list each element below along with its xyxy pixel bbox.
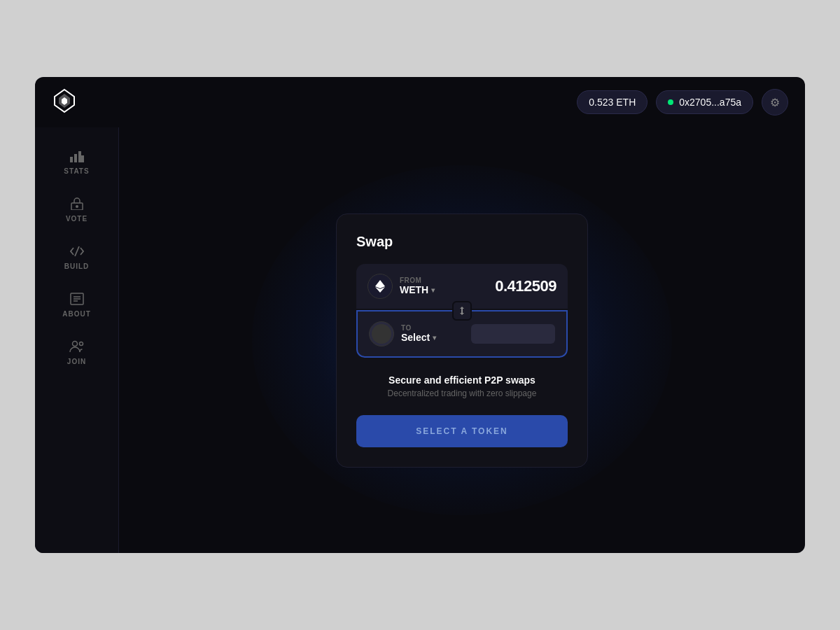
- wallet-address-button[interactable]: 0x2705...a75a: [656, 90, 753, 114]
- to-label: TO: [401, 324, 436, 332]
- settings-icon: ⚙: [770, 96, 780, 109]
- sidebar-about-label: ABOUT: [62, 310, 91, 318]
- info-title: Secure and efficient P2P swaps: [356, 374, 568, 386]
- info-section: Secure and efficient P2P swaps Decentral…: [356, 374, 568, 398]
- svg-rect-4: [74, 154, 77, 162]
- from-chevron-icon: ▾: [431, 286, 435, 294]
- token-section: FROM WETH ▾ 0.412509: [356, 264, 568, 358]
- sidebar-item-about[interactable]: ABOUT: [46, 284, 108, 326]
- from-token-selector[interactable]: WETH ▾: [400, 284, 435, 295]
- svg-point-8: [76, 205, 78, 208]
- app-window: 0.523 ETH 0x2705...a75a ⚙: [35, 77, 805, 553]
- app-logo-icon: [52, 88, 77, 113]
- join-icon: [69, 340, 85, 355]
- swap-card: Swap: [336, 214, 588, 468]
- swap-title: Swap: [356, 234, 568, 250]
- sidebar: STATS VOTE: [35, 127, 119, 553]
- from-label: FROM: [400, 276, 435, 284]
- to-token-name: Select: [401, 332, 430, 343]
- info-subtitle: Decentralized trading with zero slippage: [356, 388, 568, 398]
- svg-point-14: [72, 342, 77, 346]
- sidebar-build-label: BUILD: [64, 262, 90, 270]
- svg-point-15: [79, 342, 83, 346]
- to-token-left: TO Select ▾: [369, 321, 436, 346]
- svg-marker-16: [380, 280, 385, 288]
- to-amount-placeholder: [471, 324, 555, 344]
- sidebar-item-join[interactable]: JOIN: [46, 332, 108, 374]
- sidebar-item-vote[interactable]: VOTE: [46, 189, 108, 231]
- svg-rect-5: [78, 151, 81, 162]
- select-token-button[interactable]: SELECT A TOKEN: [356, 415, 568, 447]
- header: 0.523 ETH 0x2705...a75a ⚙: [35, 77, 805, 127]
- swap-direction-button[interactable]: [452, 301, 472, 321]
- wallet-status-dot: [668, 99, 673, 105]
- sidebar-item-stats[interactable]: STATS: [46, 141, 108, 183]
- settings-button[interactable]: ⚙: [762, 89, 788, 115]
- to-token-selector[interactable]: Select ▾: [401, 332, 436, 343]
- svg-line-9: [75, 246, 79, 256]
- svg-marker-17: [375, 280, 380, 288]
- sidebar-vote-label: VOTE: [66, 215, 88, 223]
- eth-balance: 0.523 ETH: [577, 90, 648, 114]
- content-area: Swap: [119, 127, 805, 553]
- to-chevron-icon: ▾: [433, 334, 436, 342]
- from-token-left: FROM WETH ▾: [368, 274, 435, 299]
- svg-rect-6: [81, 155, 84, 162]
- from-token-info: FROM WETH ▾: [400, 276, 435, 295]
- header-right: 0.523 ETH 0x2705...a75a ⚙: [577, 89, 788, 115]
- vote-icon: [70, 197, 84, 212]
- svg-rect-3: [70, 157, 73, 162]
- about-icon: [70, 293, 84, 307]
- weth-logo: [368, 274, 393, 299]
- stats-icon: [70, 150, 84, 164]
- from-token-name: WETH: [400, 284, 428, 295]
- to-token-info: TO Select ▾: [401, 324, 436, 343]
- select-token-logo: [369, 321, 394, 346]
- sidebar-stats-label: STATS: [64, 167, 89, 175]
- build-icon: [70, 245, 84, 260]
- from-amount[interactable]: 0.412509: [495, 277, 556, 295]
- logo-area: [52, 88, 77, 116]
- wallet-address-text: 0x2705...a75a: [679, 97, 741, 108]
- sidebar-join-label: JOIN: [67, 358, 86, 365]
- sidebar-item-build[interactable]: BUILD: [46, 237, 108, 279]
- main-layout: STATS VOTE: [35, 127, 805, 553]
